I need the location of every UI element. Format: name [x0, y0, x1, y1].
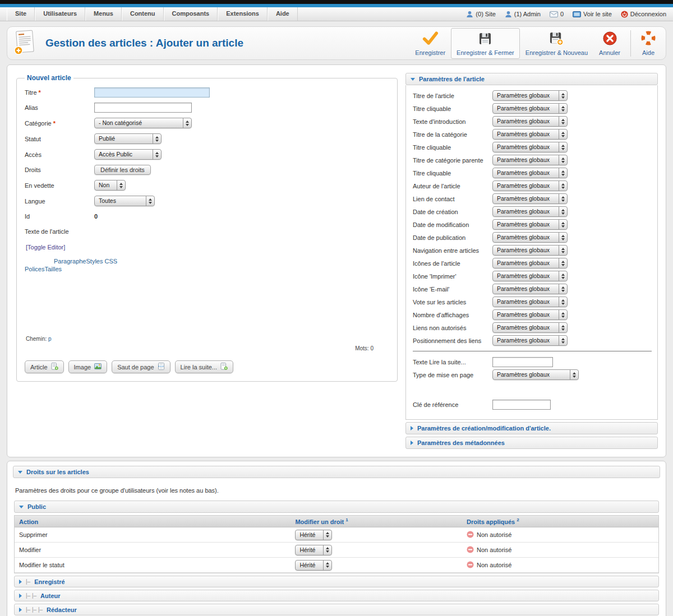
tree-level-indicator: |– |–	[26, 592, 36, 599]
param-select[interactable]: Paramètres globaux	[492, 335, 568, 346]
screen-icon	[573, 11, 581, 17]
col-action: Action	[19, 518, 38, 525]
col-change-permission: Modifier un droit	[295, 518, 345, 525]
param-select[interactable]: Paramètres globaux	[492, 193, 568, 204]
menubar-item[interactable]: Contenu	[122, 7, 164, 21]
field-row-title: Titre*	[25, 87, 389, 98]
param-select[interactable]: Paramètres globaux	[492, 297, 568, 307]
param-select[interactable]: Paramètres globaux	[492, 284, 568, 294]
readmore-icon	[220, 363, 228, 371]
article-permissions-header[interactable]: Droits sur les articles	[13, 466, 660, 478]
permission-select[interactable]: Hérité	[295, 560, 332, 571]
save-close-button[interactable]: Enregistrer & Fermer	[451, 28, 520, 59]
pagebreak-button[interactable]: Saut de page	[112, 360, 170, 373]
insert-image-button[interactable]: Image	[68, 360, 108, 373]
param-select[interactable]: Paramètres globaux	[492, 103, 568, 114]
article-params-header[interactable]: Paramètres de l'article	[405, 73, 658, 85]
featured-select[interactable]: Non	[94, 180, 126, 191]
help-button[interactable]: Aide	[635, 28, 661, 59]
save-button[interactable]: Enregistrer	[409, 28, 451, 59]
reference-key-label: Clé de référence	[413, 401, 492, 408]
field-row-readmore-text: Texte Lire la suite...	[413, 357, 652, 367]
insert-article-button[interactable]: Article	[25, 360, 64, 373]
permission-group-header[interactable]: |– |– |– Rédacteur	[14, 604, 659, 615]
access-select[interactable]: Accès Public	[94, 149, 162, 160]
required-star: *	[53, 120, 56, 127]
admin-users-status[interactable]: (1) Admin	[505, 11, 541, 18]
toggle-editor-link[interactable]: [Toggle Editor]	[26, 244, 65, 251]
readmore-text-input[interactable]	[492, 357, 553, 367]
param-row: Titre cliquable Paramètres globaux	[413, 104, 652, 113]
permission-select[interactable]: Hérité	[295, 545, 332, 555]
stepper-icon	[559, 220, 567, 229]
permission-group-header[interactable]: |– Enregistré	[14, 576, 659, 587]
metadata-params-header[interactable]: Paramètres des métadonnées	[405, 437, 658, 449]
permission-row: Modifier Hérité Non autorisé	[15, 543, 658, 558]
article-text-label: Texte de l'article	[25, 228, 94, 235]
param-select[interactable]: Paramètres globaux	[492, 155, 568, 165]
readmore-button[interactable]: Lire la suite...	[175, 360, 233, 373]
stepper-icon	[323, 561, 331, 570]
layout-label: Type de mise en page	[413, 372, 492, 378]
editor-format-controls[interactable]: ParagrapheStyles CSS	[25, 257, 389, 265]
param-row: Icônes de l'article Paramètres globaux	[413, 258, 652, 268]
param-select[interactable]: Paramètres globaux	[492, 219, 568, 230]
editing-params-header[interactable]: Paramètres de création/modification d'ar…	[405, 422, 658, 434]
reference-key-input[interactable]	[492, 400, 551, 410]
logout-link[interactable]: Déconnexion	[621, 11, 666, 18]
site-users-status[interactable]: (0) Site	[466, 11, 495, 18]
messages-status[interactable]: 0	[550, 11, 564, 17]
menubar-item[interactable]: Aide	[268, 7, 298, 21]
featured-label: En vedette	[25, 182, 94, 189]
permission-select[interactable]: Hérité	[295, 530, 332, 540]
param-select[interactable]: Paramètres globaux	[492, 245, 568, 256]
editor-path-element[interactable]: p	[48, 336, 52, 342]
layout-select[interactable]: Paramètres globaux	[492, 369, 579, 380]
param-select[interactable]: Paramètres globaux	[492, 116, 568, 127]
param-select[interactable]: Paramètres globaux	[492, 90, 568, 101]
category-select[interactable]: - Non catégorisé	[94, 118, 192, 128]
user-icon	[466, 11, 473, 18]
permission-applied-text: Non autorisé	[477, 546, 511, 553]
param-select[interactable]: Paramètres globaux	[492, 322, 568, 333]
alias-input[interactable]	[94, 103, 192, 113]
check-icon	[422, 31, 438, 48]
menubar-item[interactable]: Extensions	[218, 7, 268, 21]
title-input[interactable]	[94, 87, 210, 98]
chevron-right-icon	[19, 594, 22, 598]
menubar-item[interactable]: Site	[7, 7, 35, 21]
param-row: Titre de la catégorie Paramètres globaux	[413, 129, 652, 139]
stepper-icon	[559, 142, 567, 152]
editor-font-controls[interactable]: PolicesTailles	[25, 265, 389, 273]
permission-group-header[interactable]: |– |– Auteur	[14, 590, 659, 601]
param-select[interactable]: Paramètres globaux	[492, 258, 568, 268]
param-select[interactable]: Paramètres globaux	[492, 180, 568, 191]
param-select[interactable]: Paramètres globaux	[492, 271, 568, 281]
stepper-icon	[117, 180, 125, 190]
power-icon	[621, 11, 628, 18]
menubar-item[interactable]: Menus	[85, 7, 122, 21]
param-select[interactable]: Paramètres globaux	[492, 232, 568, 243]
public-group-header[interactable]: Public	[14, 501, 659, 513]
editor-text-area[interactable]	[25, 273, 389, 336]
param-row: Date de création Paramètres globaux	[413, 207, 652, 216]
not-allowed-icon	[467, 561, 474, 569]
cancel-button[interactable]: Annuler	[593, 28, 626, 59]
save-new-button[interactable]: Enregistrer & Nouveau	[520, 28, 593, 59]
menubar-item[interactable]: Utilisateurs	[35, 7, 85, 21]
param-select[interactable]: Paramètres globaux	[492, 142, 568, 152]
stepper-icon	[559, 258, 567, 268]
param-row: Vote sur les articles Paramètres globaux	[413, 297, 652, 307]
field-row-layout: Type de mise en page Paramètres globaux	[413, 370, 652, 379]
param-select[interactable]: Paramètres globaux	[492, 309, 568, 320]
view-site-link[interactable]: Voir le site	[573, 11, 612, 17]
param-select[interactable]: Paramètres globaux	[492, 168, 568, 178]
permission-row: Supprimer Hérité Non autorisé	[15, 527, 658, 543]
param-select[interactable]: Paramètres globaux	[492, 129, 568, 140]
set-rights-button[interactable]: Définir les droits	[94, 165, 151, 175]
menubar-item[interactable]: Composants	[164, 7, 218, 21]
param-row: Date de publication Paramètres globaux	[413, 233, 652, 242]
language-select[interactable]: Toutes	[94, 196, 155, 206]
param-select[interactable]: Paramètres globaux	[492, 206, 568, 217]
status-select[interactable]: Publié	[94, 133, 162, 144]
